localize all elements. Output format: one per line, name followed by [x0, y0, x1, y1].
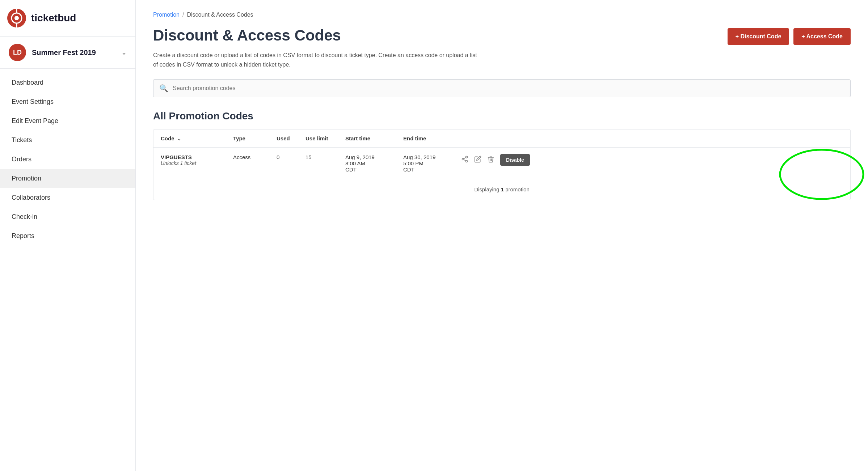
search-icon: 🔍 [159, 84, 168, 93]
svg-line-8 [464, 160, 466, 161]
col-header-type: Type [226, 130, 269, 148]
logo-area: ticketbud [0, 0, 135, 37]
col-header-use-limit: Use limit [298, 130, 338, 148]
svg-point-2 [14, 16, 19, 20]
col-header-actions [454, 130, 850, 148]
sidebar-item-collaborators[interactable]: Collaborators [0, 188, 135, 207]
sidebar-item-check-in[interactable]: Check-in [0, 207, 135, 226]
event-selector[interactable]: LD Summer Fest 2019 ⌄ [0, 37, 135, 69]
page-header: Discount & Access Codes + Discount Code … [153, 27, 851, 45]
breadcrumb-separator: / [182, 12, 184, 18]
code-cell: VIPGUESTS Unlocks 1 ticket [153, 148, 226, 179]
chevron-down-icon: ⌄ [121, 48, 127, 56]
main-content: Promotion / Discount & Access Codes Disc… [136, 0, 868, 471]
page-title: Discount & Access Codes [153, 27, 341, 44]
disable-button[interactable]: Disable [500, 154, 530, 166]
event-avatar: LD [9, 44, 26, 61]
sidebar: ticketbud LD Summer Fest 2019 ⌄ Dashboar… [0, 0, 136, 471]
type-cell: Access [226, 148, 269, 179]
col-header-code: Code ⌄ [153, 130, 226, 148]
actions-cell: Disable [454, 148, 850, 179]
table-footer: Displaying 1 promotion [153, 179, 850, 200]
table-wrapper: Code ⌄ Type Used Use limit Start time En… [153, 129, 851, 200]
add-discount-code-button[interactable]: + Discount Code [728, 28, 789, 45]
sidebar-item-event-settings[interactable]: Event Settings [0, 92, 135, 111]
sort-icon: ⌄ [177, 136, 181, 141]
use-limit-cell: 15 [298, 148, 338, 179]
action-buttons: Disable [461, 154, 843, 166]
sidebar-item-edit-event-page[interactable]: Edit Event Page [0, 111, 135, 131]
logo-text: ticketbud [31, 12, 76, 24]
start-time-cell: Aug 9, 20198:00 AMCDT [338, 148, 396, 179]
header-buttons: + Discount Code + Access Code [728, 28, 851, 45]
breadcrumb-current: Discount & Access Codes [187, 12, 253, 18]
sidebar-nav: Dashboard Event Settings Edit Event Page… [0, 69, 135, 250]
sidebar-item-orders[interactable]: Orders [0, 150, 135, 169]
sidebar-item-dashboard[interactable]: Dashboard [0, 73, 135, 92]
code-sub: Unlocks 1 ticket [161, 160, 219, 166]
col-header-used: Used [269, 130, 298, 148]
svg-line-9 [464, 157, 466, 158]
promo-codes-table: Code ⌄ Type Used Use limit Start time En… [153, 129, 851, 200]
col-header-end-time: End time [396, 130, 454, 148]
page-description: Create a discount code or upload a list … [153, 51, 479, 69]
section-title: All Promotion Codes [153, 110, 851, 122]
ticketbud-logo-icon [7, 9, 26, 27]
sidebar-item-tickets[interactable]: Tickets [0, 131, 135, 150]
used-cell: 0 [269, 148, 298, 179]
add-access-code-button[interactable]: + Access Code [793, 28, 851, 45]
sidebar-item-promotion[interactable]: Promotion [0, 169, 135, 188]
share-icon[interactable] [461, 156, 468, 165]
sidebar-item-reports[interactable]: Reports [0, 226, 135, 246]
breadcrumb-promotion-link[interactable]: Promotion [153, 12, 180, 18]
code-name: VIPGUESTS [161, 154, 219, 160]
search-container: 🔍 [153, 79, 851, 97]
edit-icon[interactable] [474, 156, 481, 165]
search-input[interactable] [173, 85, 844, 92]
end-time-cell: Aug 30, 20195:00 PMCDT [396, 148, 454, 179]
event-name: Summer Fest 2019 [32, 48, 121, 57]
breadcrumb: Promotion / Discount & Access Codes [153, 12, 851, 18]
col-header-start-time: Start time [338, 130, 396, 148]
delete-icon[interactable] [487, 156, 494, 165]
table-row: VIPGUESTS Unlocks 1 ticket Access 0 15 A… [153, 148, 850, 179]
